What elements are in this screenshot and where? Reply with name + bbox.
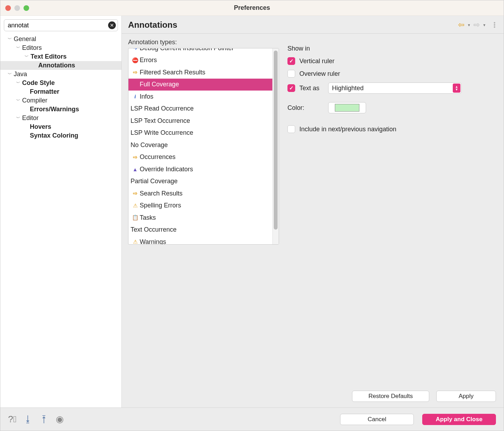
filter-input[interactable] [4,19,118,31]
page-menu-icon[interactable] [492,22,497,28]
list-item[interactable]: ⇨Filtered Search Results [128,66,272,79]
tree-item-hovers[interactable]: Hovers [0,122,121,131]
tree-item-editor[interactable]: ﹀Editor [0,114,121,122]
export-icon[interactable]: ⭱ [40,414,49,425]
info-icon: i [131,94,140,100]
color-swatch [335,104,359,112]
tree-item-general[interactable]: ﹀General [0,35,121,44]
list-item[interactable]: LSP Read Occurrence [128,103,272,115]
list-item[interactable]: LSP Text Occurrence [128,115,272,127]
error-icon: ⛔ [131,57,140,64]
list-item[interactable]: ⇨Search Results [128,187,272,200]
list-item[interactable]: ⛔Errors [128,54,272,67]
tree-item-errors-warnings[interactable]: Errors/Warnings [0,105,121,114]
tree-item-java[interactable]: ﹀Java [0,70,121,79]
list-item[interactable]: ⚠Warnings [128,236,272,244]
list-item[interactable]: LSP Write Occurrence [128,127,272,139]
list-item[interactable]: ⚠Spelling Errors [128,200,272,212]
window-minimize-button[interactable] [14,5,20,11]
restore-defaults-button[interactable]: Restore Defaults [352,391,429,402]
list-item-selected[interactable]: Full Coverage [128,79,272,91]
help-icon[interactable]: ?⃝ [8,414,16,425]
clear-filter-icon[interactable]: ✕ [108,21,116,29]
nav-forward-icon: ⇨ [473,20,480,29]
include-nav-label: Include in next/previous navigation [299,126,396,133]
list-item[interactable]: ▲Override Indicators [128,163,272,175]
search-result-icon: ⇨ [131,69,140,75]
color-label: Color: [287,104,324,112]
window-title: Preferences [0,4,504,12]
override-icon: ▲ [131,166,140,172]
tree-item-code-style[interactable]: ﹀Code Style [0,79,121,87]
tree-item-annotations[interactable]: Annotations [0,61,121,70]
text-as-value: Highlighted [332,85,364,92]
annotation-types-label: Annotation types: [128,39,279,46]
tree-item-syntax-coloring[interactable]: Syntax Coloring [0,131,121,140]
search-result-icon: ⇨ [131,190,140,197]
tree-item-formatter[interactable]: Formatter [0,87,121,96]
oomph-icon[interactable]: ◉ [56,414,64,425]
apply-and-close-button[interactable]: Apply and Close [422,414,496,425]
warning-icon: ⚠ [131,239,140,244]
task-icon: 📋 [131,214,140,221]
occurrence-icon: ⇨ [131,154,140,160]
window-zoom-button[interactable] [24,5,29,11]
vertical-ruler-label: Vertical ruler [299,58,334,65]
text-as-select[interactable]: Highlighted ▲▼ [328,82,462,94]
list-item[interactable]: iInfos [128,91,272,103]
scrollbar-thumb[interactable] [274,51,278,230]
tree-item-compiler[interactable]: ﹀Compiler [0,96,121,105]
overview-ruler-label: Overview ruler [299,70,340,78]
show-in-label: Show in [287,45,310,52]
list-item[interactable]: ➔Debug Current Instruction Pointer [128,48,272,54]
apply-button[interactable]: Apply [436,391,496,402]
nav-back-menu-icon[interactable]: ▼ [467,23,471,27]
debug-pointer-icon: ➔ [131,48,140,51]
window-close-button[interactable] [5,5,11,11]
annotation-types-list[interactable]: ➔Debug Current Instruction Pointer ⛔Erro… [128,48,279,245]
tree-item-editors[interactable]: ﹀Editors [0,44,121,52]
titlebar: Preferences [0,0,504,16]
cancel-button[interactable]: Cancel [340,414,414,425]
list-scrollbar[interactable] [272,48,279,244]
nav-back-icon[interactable]: ⇦ [458,20,464,29]
include-nav-checkbox[interactable] [287,125,295,133]
list-item[interactable]: Text Occurrence [128,224,272,236]
preference-tree[interactable]: ﹀General ﹀Editors ﹀Text Editors Annotati… [0,33,121,407]
tree-item-text-editors[interactable]: ﹀Text Editors [0,52,121,61]
vertical-ruler-checkbox[interactable]: ✓ [287,57,295,65]
select-arrows-icon: ▲▼ [453,84,460,93]
nav-forward-menu-icon[interactable]: ▼ [483,23,486,27]
import-icon[interactable]: ⭳ [24,414,33,425]
overview-ruler-checkbox[interactable] [287,70,295,78]
list-item[interactable]: Partial Coverage [128,175,272,188]
text-as-label: Text as [299,85,324,92]
warning-icon: ⚠ [131,203,140,209]
list-item[interactable]: No Coverage [128,139,272,151]
list-item[interactable]: 📋Tasks [128,212,272,224]
page-title: Annotations [128,20,458,30]
list-item[interactable]: ⇨Occurrences [128,151,272,164]
text-as-checkbox[interactable]: ✓ [287,84,295,92]
color-picker[interactable] [328,102,366,113]
